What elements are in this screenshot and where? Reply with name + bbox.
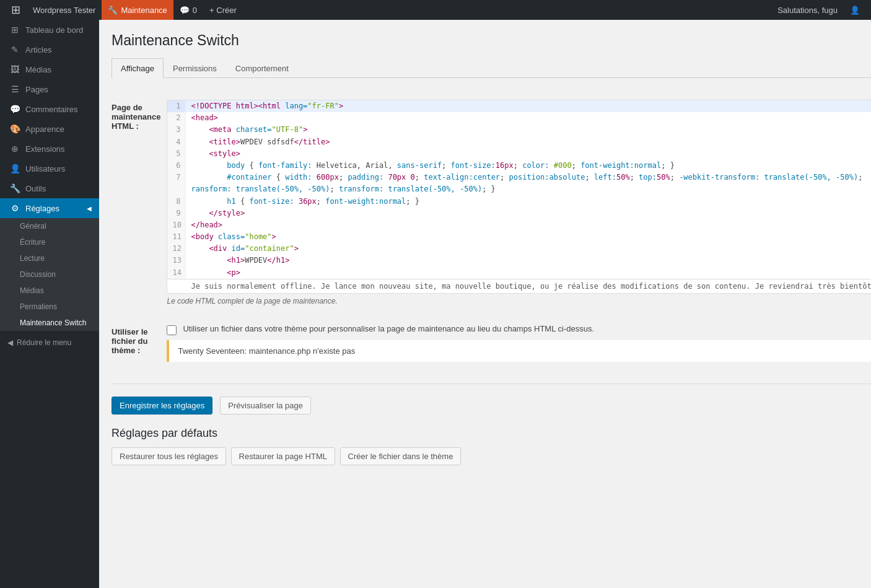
comments-icon: 💬 (9, 104, 20, 114)
theme-row: Utiliser le fichier du thème : Utiliser … (112, 315, 871, 371)
site-name-label: Wordpress Tester (33, 6, 95, 15)
wp-logo-icon: ⊞ (11, 3, 20, 17)
restore-html-button[interactable]: Restaurer la page HTML (231, 447, 335, 465)
create-label: + Créer (209, 6, 237, 15)
line-content-7: #container { width: 600px; padding: 70px… (186, 172, 871, 195)
code-editor[interactable]: 1 <!DOCTYPE html><html lang="fr-FR"> 2 <… (167, 100, 871, 279)
line-num-2: 2 (167, 112, 186, 124)
theme-warning-text: Twenty Seventeen: maintenance.php n'exis… (178, 346, 355, 356)
sidebar-label-pages: Pages (25, 85, 48, 94)
sidebar-label-tableau-de-bord: Tableau de bord (25, 25, 83, 35)
line-content-10: </head> (186, 219, 871, 231)
main-content: Maintenance Switch Affichage Permissions… (99, 20, 871, 588)
submenu-lecture[interactable]: Lecture (0, 250, 99, 266)
sidebar-item-extensions[interactable]: ⊕ Extensions (0, 139, 99, 159)
code-overflow: Je suis normalement offline. Je lance mo… (167, 279, 871, 294)
extensions-icon: ⊕ (9, 144, 20, 154)
line-num-3: 3 (167, 124, 186, 136)
sidebar-item-commentaires[interactable]: 💬 Commentaires (0, 99, 99, 119)
line-num-14: 14 (167, 267, 186, 279)
line-content-6: body { font-family: Helvetica, Arial, sa… (186, 160, 871, 172)
form-table: Page de maintenance HTML : 1 <!DOCTYPE h… (112, 90, 871, 371)
comments-button[interactable]: 💬 0 (173, 0, 203, 20)
sidebar-label-apparence: Apparence (25, 125, 64, 134)
comment-icon: 💬 (180, 6, 190, 15)
theme-toggle-row: Utiliser un fichier dans votre thème pou… (167, 324, 871, 335)
pages-icon: ☰ (9, 84, 20, 94)
sidebar-item-tableau-de-bord[interactable]: ⊞ Tableau de bord (0, 20, 99, 40)
sidebar-label-commentaires: Commentaires (25, 105, 78, 114)
wrench-icon: 🔧 (108, 6, 118, 15)
greeting-text: Salutations, fugu (777, 6, 844, 15)
outils-icon: 🔧 (9, 183, 20, 193)
tab-wrapper: Affichage Permissions Comportement (112, 58, 871, 78)
sidebar-label-outils: Outils (25, 184, 46, 193)
submenu-general[interactable]: Général (0, 218, 99, 234)
arrow-icon: ◀ (87, 205, 92, 212)
wp-logo-button[interactable]: ⊞ (5, 0, 27, 20)
line-content-12: <div id="container"> (186, 243, 871, 255)
restore-all-button[interactable]: Restaurer tous les réglages (112, 447, 226, 465)
theme-warning: Twenty Seventeen: maintenance.php n'exis… (167, 340, 871, 362)
line-num-9: 9 (167, 208, 186, 219)
sidebar-item-articles[interactable]: ✎ Articles (0, 40, 99, 59)
reduce-menu-label: Réduire le menu (17, 338, 71, 347)
section-divider (112, 384, 871, 384)
submenu-ecriture[interactable]: Écriture (0, 234, 99, 250)
utilisateurs-icon: 👤 (9, 164, 20, 173)
settings-form: Page de maintenance HTML : 1 <!DOCTYPE h… (112, 90, 871, 465)
line-num-10: 10 (167, 219, 186, 231)
create-button[interactable]: + Créer (203, 0, 243, 20)
admin-sidebar: ⊞ Tableau de bord ✎ Articles 🖼 Médias ☰ … (0, 20, 99, 588)
line-content-9: </style> (186, 208, 871, 219)
maintenance-button[interactable]: 🔧 Maintenance (102, 0, 173, 20)
line-num-7: 7 (167, 172, 186, 195)
sidebar-item-utilisateurs[interactable]: 👤 Utilisateurs (0, 159, 99, 178)
line-num-13: 13 (167, 255, 186, 266)
sidebar-item-reglages[interactable]: ⚙ Réglages ◀ (0, 198, 99, 218)
tab-comportement[interactable]: Comportement (226, 58, 298, 78)
tab-affichage[interactable]: Affichage (112, 58, 164, 78)
defaults-title: Réglages par défauts (112, 427, 871, 440)
submenu-permaliens[interactable]: Permaliens (0, 299, 99, 315)
line-num-6: 6 (167, 160, 186, 172)
html-description: Le code HTML complet de la page de maint… (167, 297, 871, 305)
site-name-button[interactable]: Wordpress Tester (27, 0, 102, 20)
html-label: Page de maintenance HTML : (112, 103, 160, 131)
reglages-icon: ⚙ (9, 203, 20, 213)
line-content-8: h1 { font-size: 36px; font-weight:normal… (186, 196, 871, 208)
line-content-2: <head> (186, 112, 871, 124)
defaults-buttons: Restaurer tous les réglages Restaurer la… (112, 447, 871, 465)
sidebar-item-apparence[interactable]: 🎨 Apparence (0, 119, 99, 139)
save-button[interactable]: Enregistrer les réglages (112, 397, 212, 415)
sidebar-label-utilisateurs: Utilisateurs (25, 164, 65, 173)
preview-button[interactable]: Prévisualiser la page (220, 397, 311, 415)
reglages-submenu: Général Écriture Lecture Discussion Médi… (0, 218, 99, 331)
submenu-discussion[interactable]: Discussion (0, 266, 99, 283)
comments-count: 0 (193, 6, 197, 15)
sidebar-item-pages[interactable]: ☰ Pages (0, 79, 99, 99)
admin-bar: ⊞ Wordpress Tester 🔧 Maintenance 💬 0 + C… (0, 0, 871, 20)
line-content-1: <!DOCTYPE html><html lang="fr-FR"> (186, 100, 871, 112)
line-num-12: 12 (167, 243, 186, 255)
sidebar-label-medias: Médias (25, 65, 51, 74)
theme-label: Utiliser le fichier du thème : (112, 327, 148, 355)
html-row: Page de maintenance HTML : 1 <!DOCTYPE h… (112, 90, 871, 315)
reduce-menu-button[interactable]: ◀ Réduire le menu (0, 333, 99, 352)
sidebar-label-extensions: Extensions (25, 144, 65, 154)
sidebar-item-outils[interactable]: 🔧 Outils (0, 178, 99, 198)
theme-toggle[interactable] (167, 325, 177, 335)
dashboard-icon: ⊞ (9, 25, 20, 35)
submenu-medias[interactable]: Médias (0, 283, 99, 299)
create-file-button[interactable]: Créer le fichier dans le thème (340, 447, 462, 465)
sidebar-item-medias[interactable]: 🖼 Médias (0, 59, 99, 79)
submit-row: Enregistrer les réglages Prévisualiser l… (112, 397, 871, 415)
medias-icon: 🖼 (9, 64, 20, 74)
user-avatar[interactable]: 👤 (844, 0, 866, 20)
page-title: Maintenance Switch (112, 32, 871, 49)
line-content-11: <body class="home"> (186, 231, 871, 243)
arrow-left-icon: ◀ (7, 338, 13, 347)
maintenance-label: Maintenance (121, 6, 167, 15)
submenu-maintenance-switch[interactable]: Maintenance Switch (0, 315, 99, 331)
tab-permissions[interactable]: Permissions (164, 58, 226, 78)
